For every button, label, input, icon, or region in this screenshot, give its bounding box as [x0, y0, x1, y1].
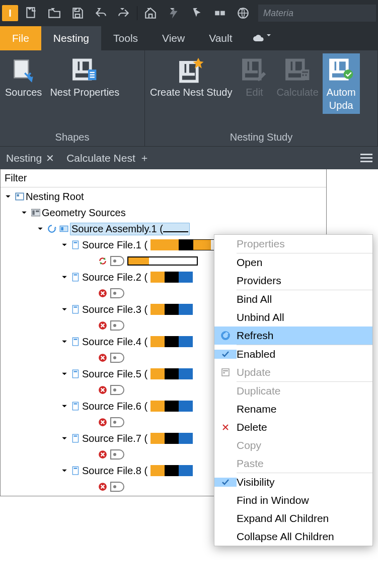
tab-nesting[interactable]: Nesting	[41, 26, 101, 50]
cm-delete[interactable]: Delete	[214, 418, 372, 436]
redo-dropdown[interactable]	[114, 4, 134, 22]
svg-rect-10	[302, 72, 308, 74]
home-dropdown[interactable]	[140, 4, 161, 22]
tree-node-geometry-sources[interactable]: Geometry Sources	[1, 205, 326, 221]
source-file-icon	[71, 272, 81, 282]
cm-bind-all[interactable]: Bind All	[214, 290, 372, 308]
calculate-button[interactable]: Calculate	[272, 53, 322, 101]
tab-vault[interactable]: Vault	[197, 26, 244, 50]
filter-field[interactable]: Filter	[1, 169, 326, 187]
svg-rect-30	[74, 339, 78, 340]
team-dropdown[interactable]	[164, 4, 184, 22]
edit-button[interactable]: Edit	[236, 53, 272, 101]
panel-tab-nesting[interactable]: Nesting ✕	[0, 147, 60, 169]
chevron-down-icon	[97, 8, 110, 21]
material-combo[interactable]: Materia	[258, 5, 376, 22]
tag-icon	[110, 288, 124, 298]
cm-providers[interactable]: Providers	[214, 272, 372, 290]
expand-icon[interactable]	[60, 434, 69, 443]
cm-open[interactable]: Open	[214, 253, 372, 272]
expand-icon[interactable]	[60, 402, 69, 411]
cm-copy[interactable]: Copy	[214, 436, 372, 454]
cm-refresh[interactable]: Refresh	[214, 326, 372, 345]
app-logo-icon: I	[2, 5, 18, 21]
cm-find-in-window[interactable]: Find in Window	[214, 491, 372, 509]
expand-icon[interactable]	[20, 208, 29, 217]
tree-node-root[interactable]: Nesting Root	[1, 188, 326, 205]
expand-icon[interactable]	[36, 224, 45, 233]
ribbon-group-nesting-study: Create Nest Study Edit Calculate Autom U…	[145, 50, 378, 146]
svg-rect-12	[305, 74, 307, 76]
svg-rect-39	[74, 435, 78, 436]
check-icon	[214, 350, 237, 359]
plus-icon[interactable]: ＋	[139, 151, 149, 165]
sync-icon	[98, 256, 107, 266]
tag-icon	[110, 256, 124, 266]
tab-tools[interactable]: Tools	[101, 26, 150, 50]
error-icon	[98, 289, 107, 298]
panel-menu-button[interactable]	[355, 147, 378, 169]
expand-icon[interactable]	[60, 337, 69, 346]
expand-icon[interactable]	[60, 369, 69, 378]
ribbon-tabs: File Nesting Tools View Vault	[0, 26, 378, 50]
close-icon[interactable]: ✕	[46, 152, 54, 164]
tag-icon	[110, 385, 124, 395]
cm-paste[interactable]: Paste	[214, 454, 372, 473]
error-icon	[98, 450, 107, 459]
tab-view[interactable]: View	[150, 26, 197, 50]
expand-icon[interactable]	[60, 466, 69, 475]
svg-rect-42	[74, 468, 78, 469]
cm-enabled[interactable]: Enabled	[214, 345, 372, 363]
svg-rect-15	[360, 161, 372, 162]
context-menu: Properties Open Providers Bind All Unbin…	[214, 234, 373, 546]
tab-file[interactable]: File	[0, 26, 41, 50]
autodesk-collab-dropdown[interactable]	[245, 26, 287, 50]
cm-visibility[interactable]: Visibility	[214, 473, 372, 491]
expand-icon[interactable]	[60, 273, 69, 282]
chevron-down-icon	[170, 8, 183, 21]
chevron-down-icon	[240, 8, 253, 21]
source-file-icon	[71, 401, 81, 411]
svg-rect-33	[74, 371, 78, 372]
tag-icon	[110, 449, 124, 460]
error-icon	[98, 385, 107, 395]
panel-tab-calculate-nest[interactable]: Calculate Nest ＋	[60, 147, 156, 169]
svg-rect-27	[74, 306, 78, 307]
cm-properties[interactable]: Properties	[214, 235, 372, 253]
appearance-dropdown[interactable]	[233, 4, 253, 22]
cm-unbind-all[interactable]: Unbind All	[214, 308, 372, 326]
assembly-icon	[59, 224, 69, 234]
panel-tabs: Nesting ✕ Calculate Nest ＋	[0, 146, 378, 169]
save-dropdown[interactable]	[67, 4, 88, 22]
chevron-down-icon	[120, 8, 133, 21]
ribbon-group-shapes: Sources Nest Properties Shapes	[0, 50, 145, 146]
expand-icon[interactable]	[60, 240, 69, 249]
svg-rect-36	[74, 403, 78, 404]
calculate-icon	[283, 55, 312, 84]
new-dropdown[interactable]	[21, 4, 41, 22]
update-icon	[214, 368, 237, 377]
svg-rect-47	[223, 372, 225, 373]
tag-icon	[110, 320, 124, 331]
open-dropdown[interactable]	[44, 4, 64, 22]
sources-button[interactable]: Sources	[1, 53, 46, 101]
expand-icon[interactable]	[60, 305, 69, 314]
chevron-down-icon	[267, 34, 279, 42]
undo-dropdown[interactable]	[91, 4, 111, 22]
cm-collapse-all[interactable]: Collapse All Children	[214, 528, 372, 546]
auto-update-button[interactable]: Autom Upda	[323, 53, 360, 114]
cm-update[interactable]: Update	[214, 363, 372, 381]
expand-icon[interactable]	[4, 192, 13, 201]
component-button[interactable]	[210, 4, 230, 22]
cm-expand-all[interactable]: Expand All Children	[214, 509, 372, 528]
cm-rename[interactable]: Rename	[214, 400, 372, 418]
nest-properties-button[interactable]: Nest Properties	[46, 53, 123, 101]
cm-duplicate[interactable]: Duplicate	[214, 382, 372, 400]
nesting-root-icon	[15, 191, 25, 202]
tag-icon	[110, 417, 124, 427]
nest-properties-icon	[70, 55, 99, 84]
select-dropdown[interactable]	[187, 4, 207, 22]
svg-rect-7	[90, 74, 95, 75]
svg-rect-24	[74, 274, 78, 275]
create-nest-study-button[interactable]: Create Nest Study	[146, 53, 236, 101]
